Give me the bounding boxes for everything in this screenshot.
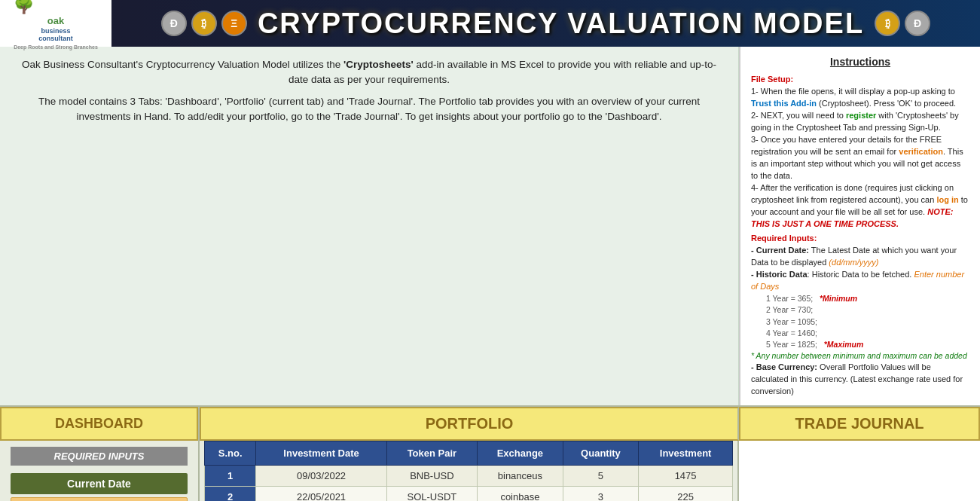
- description-line1: Oak Business Consultant's Cryptocurrency…: [15, 57, 723, 88]
- table-cell[interactable]: binanceus: [478, 466, 563, 487]
- step1: 1- When the file opens, it will display …: [751, 86, 969, 110]
- coins-right: ₿ Ð: [864, 11, 941, 36]
- table-cell[interactable]: 09/03/2022: [256, 466, 386, 487]
- coins-left: Ð ₿ Ξ: [151, 11, 258, 36]
- cell-sno[interactable]: 1: [205, 466, 256, 487]
- dashboard-tab-label[interactable]: DASHBOARD: [0, 407, 198, 441]
- description-line2: The model contains 3 Tabs: 'Dashboard', …: [15, 94, 723, 125]
- current-date-instruction: - Current Date: The Latest Date at which…: [751, 245, 969, 269]
- col-inv-date: Investment Date: [256, 441, 386, 466]
- portfolio-tab-label: PORTFOLIO: [426, 415, 514, 432]
- logo-area: 🌳 oak business consultant Deep Roots and…: [0, 0, 111, 47]
- col-token: Token Pair: [386, 441, 477, 466]
- col-quantity: Quantity: [563, 441, 638, 466]
- coin-icon: ₿: [875, 11, 900, 36]
- step4: 4- After the verification is done (requi…: [751, 182, 969, 231]
- table-cell[interactable]: 5: [563, 466, 638, 487]
- portfolio-tab-header[interactable]: PORTFOLIO: [200, 407, 739, 441]
- logo-tree-icon: 🌳: [14, 0, 98, 15]
- table-cell[interactable]: SOL-USDT: [386, 487, 477, 501]
- table-row[interactable]: 109/03/2022BNB-USDbinanceus51475: [205, 466, 733, 487]
- current-date-group: Current Date 17/03/2022: [11, 473, 188, 501]
- col-exchange: Exchange: [478, 441, 563, 466]
- portfolio-table-area: S.no. Investment Date Token Pair Exchang…: [200, 441, 739, 501]
- cell-sno[interactable]: 2: [205, 487, 256, 501]
- col-sno: S.no.: [205, 441, 256, 466]
- base-currency-instruction: - Base Currency: Overall Portfolio Value…: [751, 362, 969, 398]
- trade-journal-tab-label: TRADE JOURNAL: [795, 415, 924, 432]
- description-area: Oak Business Consultant's Cryptocurrency…: [0, 47, 739, 405]
- required-inputs-label: REQUIRED INPUTS: [11, 447, 188, 466]
- table-cell[interactable]: 3: [563, 487, 638, 501]
- table-cell[interactable]: BNB-USD: [386, 466, 477, 487]
- current-date-value[interactable]: 17/03/2022: [11, 497, 188, 501]
- coin-icon: ₿: [191, 11, 217, 36]
- col-investment: Investment: [639, 441, 733, 466]
- coin-icon: Ð: [905, 11, 930, 36]
- right-panel-main: [739, 441, 980, 501]
- step3: 3- Once you have entered your details fo…: [751, 134, 969, 182]
- panel-headers: DASHBOARD PORTFOLIO TRADE JOURNAL: [0, 407, 980, 441]
- coin-icon: Ξ: [221, 11, 247, 36]
- portfolio-table: S.no. Investment Date Token Pair Exchang…: [204, 441, 733, 501]
- app-header: 🌳 oak business consultant Deep Roots and…: [0, 0, 980, 47]
- main-content: REQUIRED INPUTS Current Date 17/03/2022 …: [0, 441, 980, 501]
- dashboard-tab-header[interactable]: DASHBOARD: [0, 407, 200, 441]
- coin-icon: Ð: [161, 11, 187, 36]
- page-title: CRYPTOCURRENCY VALUATION MODEL: [258, 8, 864, 40]
- instructions-title: Instructions: [751, 54, 969, 69]
- logo-text: oak business consultant Deep Roots and S…: [14, 15, 98, 51]
- table-row[interactable]: 222/05/2021SOL-USDTcoinbase3225: [205, 487, 733, 501]
- header-title-area: Ð ₿ Ξ CRYPTOCURRENCY VALUATION MODEL ₿ Ð: [111, 8, 980, 40]
- historic-data-instruction: - Historic Data: Historic Data to be fet…: [751, 269, 969, 293]
- instructions-panel: Instructions File Setup: 1- When the fil…: [739, 47, 980, 405]
- any-number-note: * Any number between minimum and maximum…: [751, 350, 969, 362]
- current-date-label: Current Date: [11, 473, 188, 494]
- table-cell[interactable]: coinbase: [478, 487, 563, 501]
- step2: 2- NEXT, you will need to register with …: [751, 110, 969, 134]
- years-table: 1 Year = 365; *Minimum 2 Year = 730; 3 Y…: [766, 293, 969, 350]
- left-panel: REQUIRED INPUTS Current Date 17/03/2022 …: [0, 441, 200, 501]
- trade-journal-tab-header[interactable]: TRADE JOURNAL: [739, 407, 980, 441]
- file-setup-title: File Setup:: [751, 74, 969, 86]
- table-cell[interactable]: 1475: [639, 466, 733, 487]
- table-cell[interactable]: 225: [639, 487, 733, 501]
- required-inputs-title: Required Inputs:: [751, 233, 969, 245]
- table-cell[interactable]: 22/05/2021: [256, 487, 386, 501]
